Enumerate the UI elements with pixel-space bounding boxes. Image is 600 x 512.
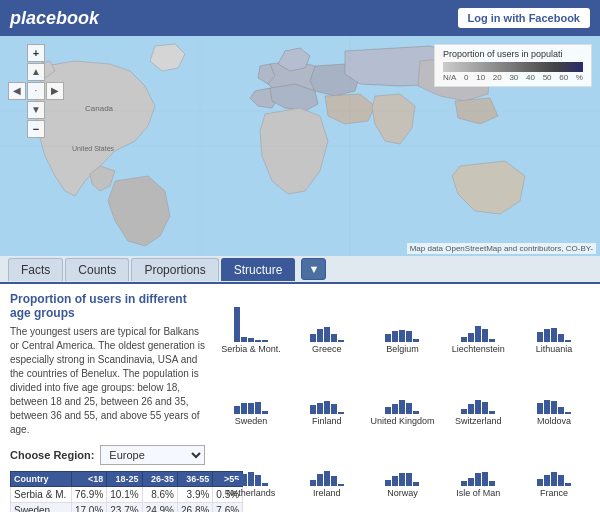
chart-item: Switzerland: [442, 364, 514, 432]
map-legend: Proportion of users in populati N/A 0 10…: [434, 44, 592, 87]
chart-item: United Kingdom: [367, 364, 439, 432]
tab-counts[interactable]: Counts: [65, 258, 129, 281]
chart-item: Greece: [291, 292, 363, 360]
chart-bars: [234, 364, 268, 414]
chart-label: United Kingdom: [370, 416, 434, 427]
chart-item: Moldova: [518, 364, 590, 432]
map-attribution: Map data OpenStreetMap and contributors,…: [407, 243, 596, 254]
table-cell: 8.6%: [142, 487, 177, 503]
chart-label: Ireland: [313, 488, 341, 499]
bar: [537, 332, 543, 342]
bar: [475, 326, 481, 342]
bar: [468, 404, 474, 414]
chart-item: Lithuania: [518, 292, 590, 360]
bar: [331, 476, 337, 486]
tab-facts[interactable]: Facts: [8, 258, 63, 281]
bar: [482, 472, 488, 486]
bar: [262, 483, 268, 486]
chart-bars: [310, 364, 344, 414]
pan-center-button[interactable]: ·: [27, 82, 45, 100]
chart-bars: [385, 364, 419, 414]
chart-label: Norway: [387, 488, 418, 499]
table-cell: 23.7%: [107, 503, 142, 513]
bar: [413, 411, 419, 414]
table-cell: 26.8%: [178, 503, 213, 513]
bar: [551, 328, 557, 342]
bar: [468, 478, 474, 486]
chart-label: Liechtenstein: [452, 344, 505, 355]
bar: [241, 337, 247, 342]
bar: [392, 404, 398, 414]
bar: [489, 481, 495, 486]
bar: [406, 403, 412, 414]
right-panel: Serbia & Mont.GreeceBelgiumLiechtenstein…: [215, 292, 590, 504]
zoom-in-button[interactable]: +: [27, 44, 45, 62]
chart-item: Norway: [367, 436, 439, 504]
pan-up-button[interactable]: ▲: [27, 63, 45, 81]
bar: [317, 474, 323, 486]
col-u18: <18: [71, 472, 106, 487]
bar: [338, 484, 344, 486]
chart-label: Isle of Man: [456, 488, 500, 499]
bar: [234, 406, 240, 414]
bar: [461, 337, 467, 342]
bar: [310, 480, 316, 486]
bar: [317, 403, 323, 414]
chart-bars: [385, 436, 419, 486]
chart-item: Liechtenstein: [442, 292, 514, 360]
header: placebook Log in with Facebook: [0, 0, 600, 36]
bar: [489, 339, 495, 342]
region-select[interactable]: Europe Asia Americas Africa Oceania: [100, 445, 205, 465]
bar: [310, 334, 316, 342]
svg-text:Canada: Canada: [85, 104, 114, 113]
table-cell: 10.1%: [107, 487, 142, 503]
login-button[interactable]: Log in with Facebook: [458, 8, 590, 28]
bar: [482, 402, 488, 414]
chart-bars: [234, 292, 268, 342]
tab-filter-button[interactable]: ▼: [301, 258, 326, 280]
chart-label: Lithuania: [536, 344, 573, 355]
section-title: Proportion of users in different age gro…: [10, 292, 205, 320]
data-table: Country <18 18-25 26-35 36-55 >55 Serbia…: [10, 471, 243, 512]
pan-right-button[interactable]: ▶: [46, 82, 64, 100]
chart-label: Sweden: [235, 416, 268, 427]
bar: [544, 329, 550, 342]
zoom-out-button[interactable]: −: [27, 120, 45, 138]
table-cell: 24.9%: [142, 503, 177, 513]
tab-proportions[interactable]: Proportions: [131, 258, 218, 281]
region-selector: Choose Region: Europe Asia Americas Afri…: [10, 445, 205, 465]
bar: [489, 411, 495, 414]
chart-label: Switzerland: [455, 416, 502, 427]
chart-label: Belgium: [386, 344, 419, 355]
col-1825: 18-25: [107, 472, 142, 487]
bar: [406, 473, 412, 486]
bar: [482, 329, 488, 342]
chart-label: Finland: [312, 416, 342, 427]
bar: [461, 481, 467, 486]
chart-bars: [385, 292, 419, 342]
bar: [565, 340, 571, 342]
bar: [385, 334, 391, 342]
bar: [399, 400, 405, 414]
chart-label: Netherlands: [227, 488, 276, 499]
bar: [241, 474, 247, 486]
bar: [324, 471, 330, 486]
map-area: Canada United States + ▲ ◀ · ▶ ▼ − Propo…: [0, 36, 600, 256]
chart-bars: [461, 436, 495, 486]
bar: [234, 480, 240, 486]
pan-left-button[interactable]: ◀: [8, 82, 26, 100]
app-logo: placebook: [10, 8, 99, 29]
legend-title: Proportion of users in populati: [443, 49, 583, 59]
bar: [385, 480, 391, 486]
chart-item: Belgium: [367, 292, 439, 360]
bar: [317, 329, 323, 342]
chart-bars: [537, 364, 571, 414]
tab-structure[interactable]: Structure: [221, 258, 296, 281]
left-panel: Proportion of users in different age gro…: [10, 292, 205, 504]
bar: [558, 334, 564, 342]
pan-down-button[interactable]: ▼: [27, 101, 45, 119]
bar: [475, 400, 481, 414]
bar: [392, 476, 398, 486]
bar: [255, 475, 261, 486]
legend-labels: N/A 0 10 20 30 40 50 60 %: [443, 73, 583, 82]
